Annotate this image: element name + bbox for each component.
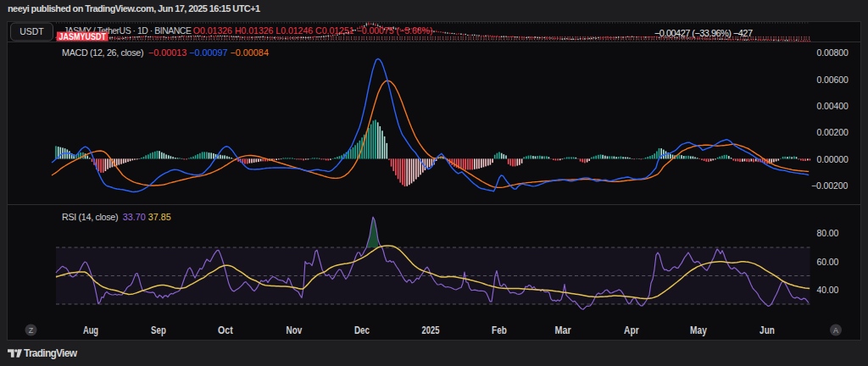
svg-text:0.00000: 0.00000 — [817, 154, 849, 164]
svg-text:0.00400: 0.00400 — [817, 101, 849, 111]
svg-text:JASMYUSDT: JASMYUSDT — [59, 32, 107, 42]
svg-text:80.00: 80.00 — [817, 228, 839, 238]
svg-text:Z: Z — [29, 326, 34, 335]
svg-text:Nov: Nov — [287, 324, 303, 336]
svg-text:Dec: Dec — [354, 324, 370, 336]
svg-text:USDT: USDT — [19, 26, 44, 36]
svg-text:JASMY / TetherUS · 1D · BINANC: JASMY / TetherUS · 1D · BINANCE O0.01326… — [64, 25, 432, 36]
svg-text:0.00600: 0.00600 — [817, 75, 849, 85]
svg-text:Apr: Apr — [624, 324, 639, 336]
svg-text:40.00: 40.00 — [817, 285, 839, 295]
svg-text:May: May — [690, 324, 707, 336]
svg-text:Jun: Jun — [760, 324, 775, 336]
svg-text:Feb: Feb — [492, 324, 507, 336]
svg-text:−0.00200: −0.00200 — [811, 180, 849, 191]
svg-text:−0.00427 (−33.96%) −427: −0.00427 (−33.96%) −427 — [654, 28, 753, 38]
svg-text:0.00200: 0.00200 — [817, 127, 849, 137]
svg-text:Aug: Aug — [83, 324, 98, 336]
svg-text:0.00800: 0.00800 — [817, 47, 849, 58]
svg-text:A: A — [833, 326, 838, 335]
svg-text:RSI (14, close) 33.70 37.85: RSI (14, close) 33.70 37.85 — [62, 212, 171, 222]
svg-text:Mar: Mar — [554, 324, 570, 336]
svg-text:Sep: Sep — [151, 324, 166, 336]
svg-text:60.00: 60.00 — [817, 257, 839, 267]
svg-text:Oct: Oct — [218, 324, 233, 336]
svg-text:2025: 2025 — [422, 324, 440, 336]
svg-text:MACD (12, 26, close) −0.00013: MACD (12, 26, close) −0.00013 −0.00097 −… — [62, 47, 269, 58]
